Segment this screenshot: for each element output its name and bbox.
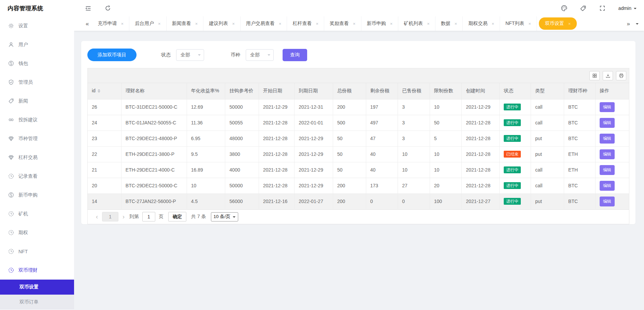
edit-button[interactable]: 编辑 bbox=[600, 102, 615, 112]
close-icon[interactable]: × bbox=[158, 22, 161, 26]
sidebar-item-suggestions[interactable]: 投拆建议 bbox=[0, 110, 74, 129]
close-icon[interactable]: × bbox=[427, 22, 430, 26]
close-icon[interactable]: × bbox=[491, 22, 494, 26]
sidebar-item-admins[interactable]: 管理员 bbox=[0, 73, 74, 92]
status-badge: 进行中 bbox=[504, 135, 521, 142]
close-icon[interactable]: × bbox=[316, 22, 318, 26]
sidebar-item-label: 钱包 bbox=[18, 60, 28, 67]
tab-suggestion-list[interactable]: 建议列表× bbox=[203, 16, 241, 31]
table-row: 22ETH-29DEC21-3800-P9.538002021-12-28202… bbox=[88, 146, 629, 162]
goto-page-input[interactable] bbox=[142, 212, 155, 221]
palette-icon[interactable] bbox=[560, 4, 568, 12]
tab-news-view[interactable]: 新闻查看× bbox=[167, 16, 204, 31]
history-icon bbox=[8, 267, 14, 273]
tab-admin-users[interactable]: 后台用户× bbox=[129, 16, 167, 31]
fullscreen-icon[interactable] bbox=[599, 4, 606, 12]
sidebar-menu: 设置 用户 钱包 管理员 新闻 投拆建议 币种管理 杠杆交易 记录查看 新币申购… bbox=[0, 16, 74, 310]
tab-data[interactable]: 数据× bbox=[435, 16, 463, 31]
main-area: admin « 充币申请× 后台用户× 新闻查看× 建议列表× 用户交易查看× … bbox=[74, 0, 644, 310]
sidebar-subitem-label: 双币设置 bbox=[19, 284, 39, 290]
edit-button[interactable]: 编辑 bbox=[600, 197, 615, 206]
close-icon[interactable]: × bbox=[195, 22, 198, 26]
close-icon[interactable]: × bbox=[528, 22, 531, 26]
status-select[interactable]: 全部 bbox=[176, 49, 204, 61]
tag-icon[interactable] bbox=[579, 4, 587, 12]
export-icon[interactable] bbox=[603, 71, 613, 80]
col-status: 状态 bbox=[500, 83, 531, 99]
col-type: 类型 bbox=[531, 83, 564, 99]
col-coin: 理财币种 bbox=[564, 83, 596, 99]
sidebar-item-settings[interactable]: 设置 bbox=[0, 16, 74, 35]
tab-nft-list[interactable]: NFT列表× bbox=[500, 16, 537, 31]
sidebar-item-records[interactable]: 记录查看 bbox=[0, 167, 74, 186]
page-size-select[interactable]: 10 条/页 bbox=[211, 212, 239, 221]
sidebar-item-dual-currency[interactable]: 双币理财 bbox=[0, 261, 74, 280]
current-page[interactable]: 1 bbox=[102, 212, 118, 221]
col-id[interactable]: id bbox=[88, 83, 121, 99]
sort-icon[interactable] bbox=[98, 88, 100, 94]
sidebar-item-wallet[interactable]: 钱包 bbox=[0, 54, 74, 73]
sidebar-item-nft[interactable]: NFT bbox=[0, 242, 74, 261]
app-title: 内容管理系统 bbox=[0, 0, 74, 16]
table-row: 14BTC-27JAN22-56000-P4.5560002021-12-162… bbox=[88, 193, 629, 209]
tab-user-trade-view[interactable]: 用户交易查看× bbox=[241, 16, 287, 31]
close-icon[interactable]: × bbox=[455, 22, 457, 26]
tabs-menu-caret-icon[interactable] bbox=[636, 23, 639, 26]
next-page-icon[interactable]: › bbox=[120, 214, 127, 220]
add-dual-project-button[interactable]: 添加双币项目 bbox=[87, 49, 137, 61]
confirm-page-button[interactable]: 确定 bbox=[168, 212, 186, 221]
sidebar-item-leverage[interactable]: 杠杆交易 bbox=[0, 148, 74, 167]
search-button[interactable]: 查询 bbox=[283, 49, 307, 61]
gear-icon bbox=[8, 23, 14, 29]
close-icon[interactable]: × bbox=[568, 22, 571, 26]
table-row: 26BTC-31DEC21-50000-C12.69500002021-12-2… bbox=[88, 99, 629, 115]
sidebar-item-coin-manage[interactable]: 币种管理 bbox=[0, 129, 74, 148]
refresh-icon[interactable] bbox=[104, 4, 112, 12]
close-icon[interactable]: × bbox=[390, 22, 393, 26]
tab-dual-currency-settings[interactable]: 双币设置× bbox=[539, 17, 577, 30]
edit-button[interactable]: 编辑 bbox=[600, 165, 615, 175]
table-toolbar bbox=[88, 68, 629, 83]
tab-options-trade[interactable]: 期权交易× bbox=[463, 16, 500, 31]
tab-deposit-request[interactable]: 充币申请× bbox=[92, 16, 129, 31]
col-limit: 限制份数 bbox=[430, 83, 462, 99]
user-icon bbox=[8, 42, 14, 48]
sidebar-item-new-coin[interactable]: 新币申购 bbox=[0, 186, 74, 204]
close-icon[interactable]: × bbox=[353, 22, 356, 26]
page-word: 页 bbox=[159, 214, 163, 220]
coin-select[interactable]: 全部 bbox=[246, 49, 274, 61]
tab-new-coin-subscribe[interactable]: 新币申购× bbox=[361, 16, 399, 31]
tab-reward-view[interactable]: 奖励查看× bbox=[324, 16, 361, 31]
edit-button[interactable]: 编辑 bbox=[600, 134, 615, 144]
close-icon[interactable]: × bbox=[121, 22, 124, 26]
edit-button[interactable]: 编辑 bbox=[600, 118, 615, 128]
tab-leverage-view[interactable]: 杠杆查看× bbox=[287, 16, 324, 31]
projects-table: id 理财名称 年化收益率% 挂钩参考价 开始日期 到期日期 总份额 剩余份额 … bbox=[88, 83, 629, 210]
print-icon[interactable] bbox=[616, 71, 626, 80]
sidebar-item-users[interactable]: 用户 bbox=[0, 35, 74, 54]
status-badge: 进行中 bbox=[504, 182, 521, 189]
sidebar-item-news[interactable]: 新闻 bbox=[0, 92, 74, 110]
sidebar-subitem-dual-settings[interactable]: 双币设置 bbox=[0, 280, 74, 295]
user-menu[interactable]: admin bbox=[618, 5, 636, 11]
menu-fold-icon[interactable] bbox=[84, 4, 92, 12]
tabs-scroll-right[interactable]: » bbox=[624, 21, 633, 27]
gem-icon bbox=[8, 154, 14, 160]
sidebar-subitem-dual-orders[interactable]: 双币订单 bbox=[0, 295, 74, 310]
edit-button[interactable]: 编辑 bbox=[600, 181, 615, 191]
table-row: 23BTC-29DEC21-48000-P6.95480002021-12-28… bbox=[88, 131, 629, 146]
sidebar-item-miner[interactable]: 矿机 bbox=[0, 204, 74, 223]
close-icon[interactable]: × bbox=[232, 22, 235, 26]
edit-button[interactable]: 编辑 bbox=[600, 149, 615, 159]
sidebar-item-options[interactable]: 期权 bbox=[0, 223, 74, 242]
sidebar-subitem-label: 双币订单 bbox=[19, 299, 39, 305]
table-header-row: id 理财名称 年化收益率% 挂钩参考价 开始日期 到期日期 总份额 剩余份额 … bbox=[88, 83, 629, 99]
close-icon[interactable]: × bbox=[279, 22, 282, 26]
status-badge: 进行中 bbox=[504, 166, 521, 173]
table-row: 20BTC-29DEC21-50000-C10500002021-12-2820… bbox=[88, 178, 629, 193]
tabs-scroll-left[interactable]: « bbox=[82, 21, 92, 27]
column-grid-icon[interactable] bbox=[589, 71, 600, 80]
tab-miner-list[interactable]: 矿机列表× bbox=[398, 16, 435, 31]
prev-page-icon[interactable]: ‹ bbox=[93, 214, 101, 220]
chevron-down-icon bbox=[198, 54, 201, 57]
